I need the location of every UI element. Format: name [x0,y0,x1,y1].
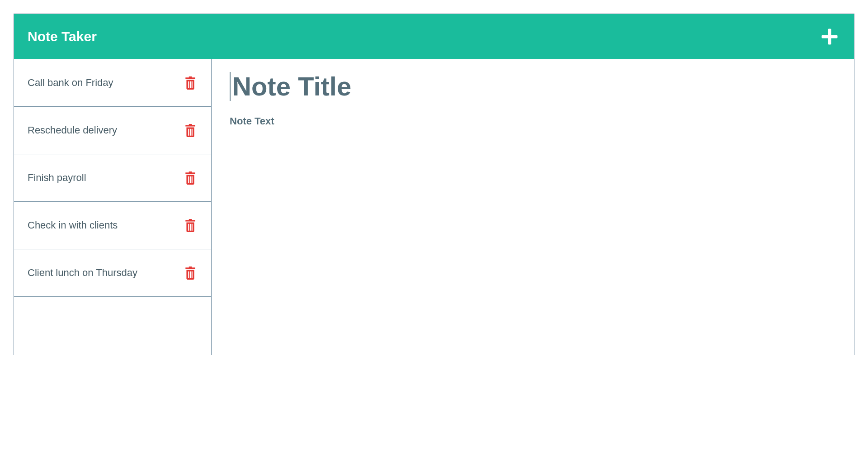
note-text-input[interactable] [230,115,836,342]
note-list-item[interactable]: Reschedule delivery [14,107,211,154]
delete-note-button[interactable] [183,76,198,90]
note-editor [212,59,854,355]
trash-icon [184,171,196,185]
delete-note-button[interactable] [183,266,198,280]
delete-note-button[interactable] [183,218,198,233]
note-list-item[interactable]: Check in with clients [14,202,211,249]
trash-icon [184,124,196,137]
note-item-label: Reschedule delivery [28,124,117,136]
trash-icon [184,266,196,280]
svg-rect-1 [822,35,838,38]
note-list-item[interactable]: Client lunch on Thursday [14,249,211,297]
delete-note-button[interactable] [183,171,198,185]
note-item-label: Client lunch on Thursday [28,267,137,279]
note-item-label: Call bank on Friday [28,77,113,89]
app-container: Note Taker Call bank on Friday Reschedul… [14,14,854,355]
delete-note-button[interactable] [183,123,198,138]
note-list-item[interactable]: Call bank on Friday [14,59,211,107]
note-title-input[interactable] [230,72,836,101]
note-item-label: Check in with clients [28,219,118,231]
app-body: Call bank on Friday Reschedule delivery … [14,59,854,355]
plus-icon [820,27,839,46]
app-header: Note Taker [14,14,854,59]
add-note-button[interactable] [819,26,840,48]
trash-icon [184,219,196,232]
note-list-item[interactable]: Finish payroll [14,154,211,202]
note-item-label: Finish payroll [28,172,86,184]
sidebar: Call bank on Friday Reschedule delivery … [14,59,212,355]
app-title: Note Taker [28,29,97,44]
trash-icon [184,76,196,90]
